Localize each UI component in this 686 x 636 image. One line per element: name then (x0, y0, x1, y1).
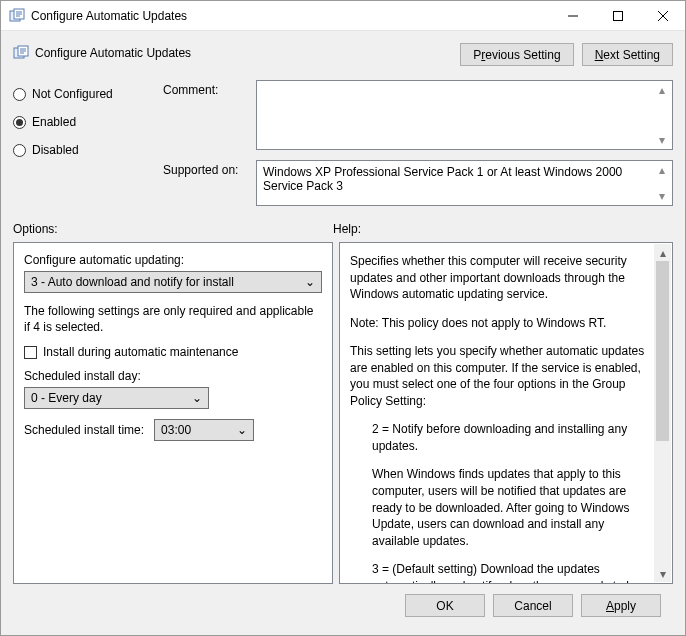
group-policy-icon (13, 45, 29, 61)
dialog-body: Configure Automatic Updates Previous Set… (1, 31, 685, 635)
select-value: 03:00 (161, 423, 191, 437)
comment-label: Comment: (163, 80, 248, 150)
options-note: The following settings are only required… (24, 303, 322, 335)
supported-on-label: Supported on: (163, 160, 248, 206)
group-policy-icon (9, 8, 25, 24)
checkbox-label: Install during automatic maintenance (43, 345, 238, 359)
scheduled-day-select[interactable]: 0 - Every day ⌄ (24, 387, 209, 409)
window-title: Configure Automatic Updates (31, 9, 550, 23)
scheduled-time-select[interactable]: 03:00 ⌄ (154, 419, 254, 441)
radio-label: Enabled (32, 115, 76, 129)
select-value: 3 - Auto download and notify for install (31, 275, 234, 289)
checkbox-icon (24, 346, 37, 359)
chevron-down-icon: ▾ (654, 565, 671, 582)
minimize-button[interactable] (550, 1, 595, 30)
chevron-down-icon: ⌄ (305, 275, 315, 289)
section-labels: Options: Help: (13, 222, 673, 236)
svg-rect-2 (613, 11, 622, 20)
radio-icon (13, 144, 26, 157)
options-panel: Configure automatic updating: 3 - Auto d… (13, 242, 333, 584)
maximize-button[interactable] (595, 1, 640, 30)
supported-on-text: Windows XP Professional Service Pack 1 o… (263, 165, 622, 193)
radio-label: Not Configured (32, 87, 113, 101)
ok-button[interactable]: OK (405, 594, 485, 617)
apply-button[interactable]: Apply (581, 594, 661, 617)
radio-disabled[interactable]: Disabled (13, 138, 153, 162)
cancel-button[interactable]: Cancel (493, 594, 573, 617)
radio-icon (13, 116, 26, 129)
setting-title-text: Configure Automatic Updates (35, 46, 191, 60)
chevron-down-icon: ⌄ (192, 391, 202, 405)
scheduled-time-label: Scheduled install time: (24, 423, 144, 437)
configure-updating-label: Configure automatic updating: (24, 253, 322, 267)
next-setting-button[interactable]: Next Setting (582, 43, 673, 66)
radio-not-configured[interactable]: Not Configured (13, 82, 153, 106)
chevron-down-icon: ▾ (654, 133, 670, 147)
chevron-up-icon: ▴ (654, 83, 670, 97)
configure-updating-select[interactable]: 3 - Auto download and notify for install… (24, 271, 322, 293)
supported-on-value: Windows XP Professional Service Pack 1 o… (256, 160, 673, 206)
close-button[interactable] (640, 1, 685, 30)
chevron-up-icon: ▴ (654, 244, 671, 261)
help-label: Help: (333, 222, 361, 236)
help-panel: Specifies whether this computer will rec… (339, 242, 673, 584)
chevron-up-icon: ▴ (654, 163, 670, 177)
radio-icon (13, 88, 26, 101)
dialog-window: Configure Automatic Updates Configure Au… (0, 0, 686, 636)
options-label: Options: (13, 222, 333, 236)
setting-title: Configure Automatic Updates (13, 45, 191, 61)
scrollbar[interactable]: ▴ ▾ (654, 244, 671, 582)
comment-textarea[interactable]: ▴ ▾ (256, 80, 673, 150)
install-during-maintenance-checkbox[interactable]: Install during automatic maintenance (24, 345, 322, 359)
previous-setting-button[interactable]: Previous Setting (460, 43, 573, 66)
chevron-down-icon: ⌄ (237, 423, 247, 437)
chevron-down-icon: ▾ (654, 189, 670, 203)
select-value: 0 - Every day (31, 391, 102, 405)
scheduled-day-label: Scheduled install day: (24, 369, 322, 383)
radio-enabled[interactable]: Enabled (13, 110, 153, 134)
scrollbar-thumb[interactable] (656, 261, 669, 441)
help-text: Specifies whether this computer will rec… (350, 253, 652, 584)
radio-label: Disabled (32, 143, 79, 157)
titlebar: Configure Automatic Updates (1, 1, 685, 31)
